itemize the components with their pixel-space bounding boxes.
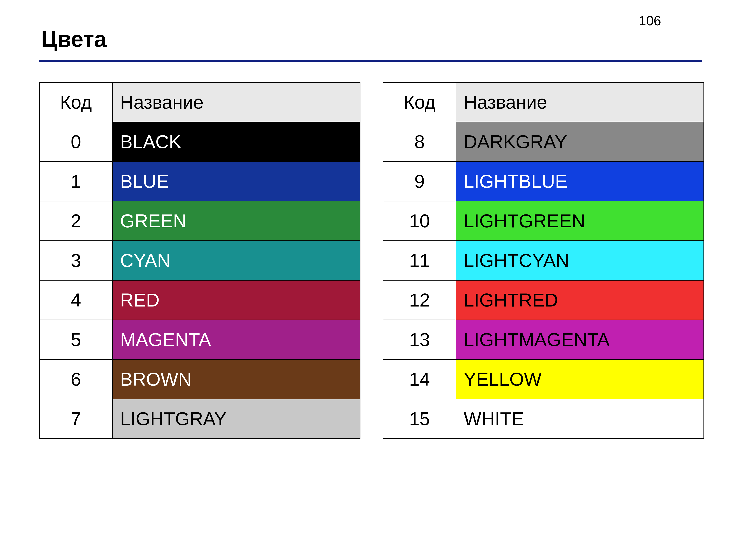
color-code: 6	[40, 359, 112, 399]
color-code: 12	[383, 281, 456, 320]
table-row: 3CYAN	[40, 241, 360, 281]
table-row: 1BLUE	[40, 162, 360, 201]
color-name: YELLOW	[456, 359, 704, 399]
color-table-right: Код Название 8DARKGRAY9LIGHTBLUE10LIGHTG…	[383, 82, 704, 439]
color-name: RED	[112, 281, 360, 320]
table-row: 2GREEN	[40, 201, 360, 241]
color-name: LIGHTMAGENTA	[456, 320, 704, 359]
table-row: 0BLACK	[40, 122, 360, 162]
color-code: 13	[383, 320, 456, 359]
header-code: Код	[40, 82, 112, 122]
color-name: BROWN	[112, 359, 360, 399]
color-code: 5	[40, 320, 112, 359]
color-code: 10	[383, 201, 456, 241]
color-name: LIGHTRED	[456, 281, 704, 320]
table-row: 11LIGHTCYAN	[383, 241, 704, 281]
color-name: CYAN	[112, 241, 360, 281]
color-code: 0	[40, 122, 112, 162]
table-row: 14YELLOW	[383, 359, 704, 399]
table-row: 4RED	[40, 281, 360, 320]
color-name: LIGHTGRAY	[112, 399, 360, 439]
color-name: BLACK	[112, 122, 360, 162]
table-row: 12LIGHTRED	[383, 281, 704, 320]
table-row: 10LIGHTGREEN	[383, 201, 704, 241]
table-header-row: Код Название	[383, 82, 704, 122]
color-name: BLUE	[112, 162, 360, 201]
color-name: LIGHTCYAN	[456, 241, 704, 281]
color-name: LIGHTGREEN	[456, 201, 704, 241]
table-header-row: Код Название	[40, 82, 360, 122]
color-name: LIGHTBLUE	[456, 162, 704, 201]
color-tables: Код Название 0BLACK1BLUE2GREEN3CYAN4RED5…	[39, 82, 704, 439]
table-row: 7LIGHTGRAY	[40, 399, 360, 439]
color-name: GREEN	[112, 201, 360, 241]
header-code: Код	[383, 82, 456, 122]
color-code: 15	[383, 399, 456, 439]
color-table-left: Код Название 0BLACK1BLUE2GREEN3CYAN4RED5…	[39, 82, 360, 439]
header-name: Название	[112, 82, 360, 122]
color-code: 3	[40, 241, 112, 281]
color-code: 9	[383, 162, 456, 201]
color-name: MAGENTA	[112, 320, 360, 359]
color-code: 1	[40, 162, 112, 201]
table-row: 8DARKGRAY	[383, 122, 704, 162]
page-number: 106	[639, 13, 661, 28]
table-row: 13LIGHTMAGENTA	[383, 320, 704, 359]
color-name: WHITE	[456, 399, 704, 439]
table-row: 15WHITE	[383, 399, 704, 439]
color-code: 11	[383, 241, 456, 281]
color-name: DARKGRAY	[456, 122, 704, 162]
color-code: 2	[40, 201, 112, 241]
title-underline	[39, 60, 702, 61]
color-code: 4	[40, 281, 112, 320]
color-code: 8	[383, 122, 456, 162]
color-code: 7	[40, 399, 112, 439]
page-title: Цвета	[41, 26, 107, 52]
color-code: 14	[383, 359, 456, 399]
table-row: 6BROWN	[40, 359, 360, 399]
table-row: 5MAGENTA	[40, 320, 360, 359]
header-name: Название	[456, 82, 704, 122]
table-row: 9LIGHTBLUE	[383, 162, 704, 201]
